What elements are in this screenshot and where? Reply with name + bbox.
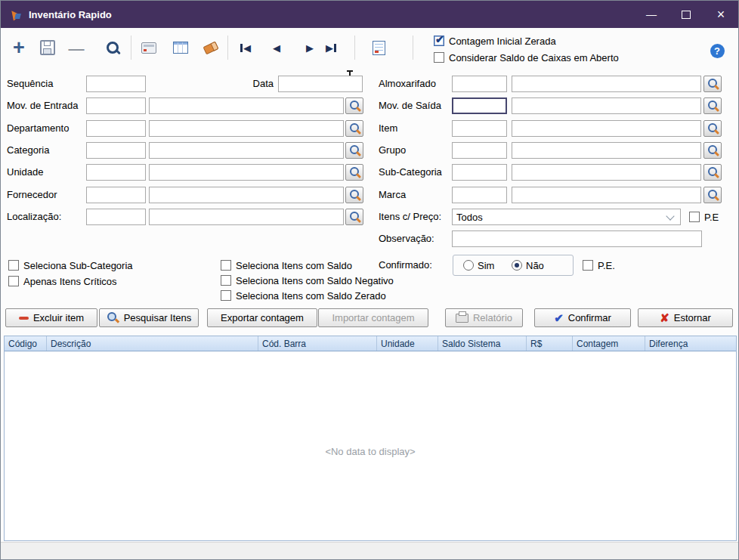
- magnifier-handle-icon: [714, 151, 719, 156]
- close-icon: ×: [717, 7, 725, 23]
- input-marca-descricao[interactable]: [512, 187, 701, 203]
- table-icon: [173, 42, 188, 54]
- lookup-departamento[interactable]: [345, 120, 363, 137]
- lookup-unidade[interactable]: [345, 164, 363, 181]
- help-icon: ?: [710, 44, 725, 58]
- column-header-descricao[interactable]: Descrição: [47, 336, 258, 351]
- input-departamento-codigo[interactable]: [86, 120, 146, 137]
- nav-last-button[interactable]: ▶: [317, 34, 345, 61]
- radio-nao[interactable]: Não: [512, 259, 544, 271]
- input-mov-entrada-codigo[interactable]: [86, 97, 146, 114]
- column-header-rs[interactable]: R$: [527, 336, 573, 351]
- input-localizacao-descricao[interactable]: [149, 209, 344, 225]
- input-mov-saida-descricao[interactable]: [512, 97, 701, 114]
- input-localizacao-codigo[interactable]: [86, 209, 146, 225]
- lookup-almoxarifado[interactable]: [703, 76, 722, 92]
- calculator-button[interactable]: [135, 34, 162, 61]
- minimize-icon: —: [646, 8, 657, 20]
- nav-prev-button[interactable]: ◀: [263, 34, 290, 61]
- input-sequencia[interactable]: [86, 76, 146, 92]
- input-departamento-descricao[interactable]: [149, 120, 344, 137]
- input-mov-entrada-descricao[interactable]: [149, 97, 344, 114]
- label-itens-preco: Itens c/ Preço:: [379, 209, 441, 225]
- calculator-icon: [141, 42, 156, 54]
- checkbox-considerar-saldo-caixas[interactable]: Considerar Saldo de Caixas em Aberto: [434, 51, 619, 63]
- input-almoxarifado-descricao[interactable]: [512, 76, 701, 92]
- count-sheet-button[interactable]: [365, 34, 392, 61]
- checkbox-apenas-itens-criticos[interactable]: Apenas Itens Críticos: [8, 275, 117, 287]
- pesquisar-itens-button[interactable]: Pesquisar Itens: [99, 308, 199, 327]
- clear-button[interactable]: [197, 34, 224, 61]
- input-grupo-codigo[interactable]: [452, 142, 507, 159]
- delete-button[interactable]: —: [63, 34, 90, 61]
- search-button[interactable]: [99, 34, 126, 61]
- lookup-fornecedor[interactable]: [345, 187, 363, 203]
- lookup-marca[interactable]: [703, 187, 722, 203]
- lookup-localizacao[interactable]: [345, 209, 363, 225]
- input-sub-categoria-codigo[interactable]: [452, 164, 507, 181]
- input-unidade-codigo[interactable]: [86, 164, 146, 181]
- label-observacao: Observação:: [379, 230, 434, 247]
- column-header-codigo[interactable]: Código: [5, 336, 47, 351]
- label-departamento: Departamento: [7, 120, 69, 137]
- lookup-mov-saida[interactable]: [703, 97, 722, 114]
- checkbox-label: Seleciona Itens com Saldo: [236, 260, 352, 271]
- checkbox-box: [8, 276, 19, 286]
- magnifier-handle-icon: [356, 129, 361, 135]
- input-fornecedor-codigo[interactable]: [86, 187, 146, 203]
- importar-contagem-button[interactable]: Importar contagem: [318, 308, 428, 327]
- confirmar-button[interactable]: ✔ Confirmar: [534, 308, 631, 327]
- checkbox-label: Contagem Inicial Zerada: [449, 36, 556, 47]
- input-categoria-codigo[interactable]: [86, 142, 146, 159]
- checkbox-contagem-inicial-zerada[interactable]: ✔ Contagem Inicial Zerada: [434, 35, 556, 47]
- nav-first-button[interactable]: ◀: [232, 34, 259, 61]
- magnifier-handle-icon: [356, 151, 361, 156]
- input-mov-saida-codigo[interactable]: [452, 97, 507, 114]
- lookup-categoria[interactable]: [345, 142, 363, 159]
- lookup-mov-entrada[interactable]: [345, 97, 363, 114]
- label-sequencia: Sequência: [7, 76, 53, 92]
- input-grupo-descricao[interactable]: [512, 142, 701, 159]
- relatorio-button[interactable]: Relatório: [445, 308, 523, 327]
- checkbox-seleciona-sub-categoria[interactable]: Seleciona Sub-Categoria: [8, 259, 133, 271]
- minimize-button[interactable]: —: [634, 1, 669, 28]
- label-confirmado: Confirmado:: [379, 257, 432, 274]
- input-almoxarifado-codigo[interactable]: [452, 76, 507, 92]
- excluir-item-button[interactable]: Excluir item: [5, 308, 97, 327]
- checkbox-itens-com-saldo[interactable]: Seleciona Itens com Saldo: [221, 259, 352, 271]
- column-header-unidade[interactable]: Unidade: [377, 336, 438, 351]
- input-fornecedor-descricao[interactable]: [149, 187, 344, 203]
- help-button[interactable]: ?: [703, 37, 731, 64]
- estornar-button[interactable]: ✘ Estornar: [638, 308, 733, 327]
- input-observacao[interactable]: [452, 230, 702, 247]
- radio-sim[interactable]: Sim: [463, 259, 494, 271]
- magnifier-handle-icon: [714, 196, 719, 201]
- input-sub-categoria-descricao[interactable]: [512, 164, 701, 181]
- checkbox-itens-saldo-negativo[interactable]: Seleciona Itens com Saldo Negativo: [221, 274, 394, 286]
- checkbox-itens-saldo-zerado[interactable]: Seleciona Itens com Saldo Zerado: [221, 289, 386, 302]
- column-header-contagem[interactable]: Contagem: [573, 336, 645, 351]
- close-button[interactable]: ×: [703, 1, 738, 28]
- input-item-descricao[interactable]: [512, 120, 701, 137]
- checkbox-label: Seleciona Sub-Categoria: [23, 260, 133, 271]
- itens-preco-select[interactable]: Todos: [452, 209, 681, 225]
- add-button[interactable]: +: [5, 34, 32, 61]
- maximize-button[interactable]: [669, 1, 703, 28]
- exportar-contagem-button[interactable]: Exportar contagem: [207, 308, 317, 327]
- input-unidade-descricao[interactable]: [149, 164, 344, 181]
- column-header-diferenca[interactable]: Diferença: [645, 336, 737, 351]
- input-categoria-descricao[interactable]: [149, 142, 344, 159]
- lookup-sub-categoria[interactable]: [703, 164, 722, 181]
- input-item-codigo[interactable]: [452, 120, 507, 137]
- lookup-grupo[interactable]: [703, 142, 722, 159]
- label-mov-entrada: Mov. de Entrada: [7, 97, 78, 114]
- save-button[interactable]: [34, 34, 61, 61]
- column-header-saldo-sistema[interactable]: Saldo Sistema: [438, 336, 527, 351]
- lookup-item[interactable]: [703, 120, 722, 137]
- checkbox-pe-preco[interactable]: P.E: [689, 211, 719, 223]
- input-marca-codigo[interactable]: [452, 187, 507, 203]
- checkbox-pe[interactable]: P.E.: [583, 259, 615, 271]
- input-data[interactable]: [278, 76, 363, 92]
- column-header-cod-barra[interactable]: Cód. Barra: [258, 336, 377, 351]
- grid-view-button[interactable]: [167, 34, 194, 61]
